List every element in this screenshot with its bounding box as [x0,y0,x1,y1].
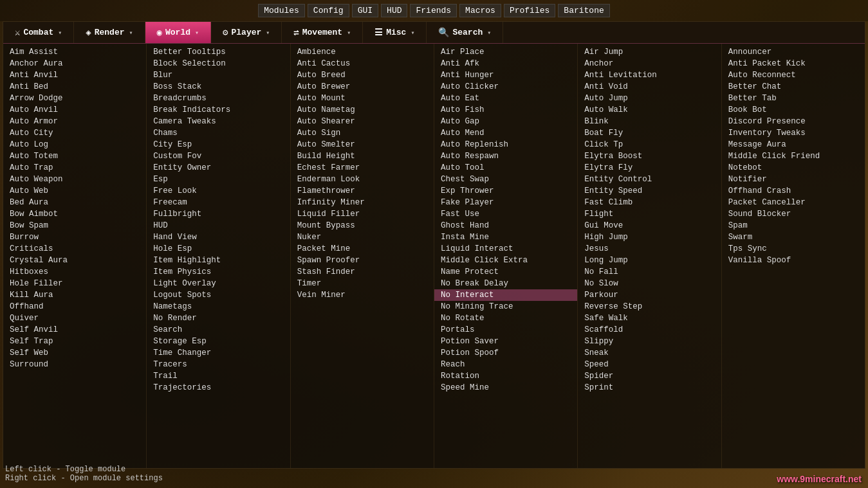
item-misc-discord-presence[interactable]: Discord Presence [722,116,865,127]
item-player-no-rotate[interactable]: No Rotate [434,312,577,324]
item-render-better-tooltips[interactable]: Better Tooltips [147,46,290,58]
item-misc-announcer[interactable]: Announcer [722,46,865,58]
item-movement-entity-speed[interactable]: Entity Speed [578,185,721,197]
item-render-storage-esp[interactable]: Storage Esp [147,336,290,347]
item-render-hand-view[interactable]: Hand View [147,231,290,243]
item-world-infinity-miner[interactable]: Infinity Miner [291,197,434,208]
tab-combat[interactable]: ⚔Combat▾ [3,22,74,43]
item-misc-better-tab[interactable]: Better Tab [722,93,865,104]
item-player-potion-spoof[interactable]: Potion Spoof [434,347,577,359]
item-movement-auto-jump[interactable]: Auto Jump [578,93,721,104]
item-render-item-highlight[interactable]: Item Highlight [147,255,290,266]
item-misc-vanilla-spoof[interactable]: Vanilla Spoof [722,255,865,266]
item-movement-click-tp[interactable]: Click Tp [578,139,721,150]
item-movement-elytra-fly[interactable]: Elytra Fly [578,162,721,174]
item-misc-offhand-crash[interactable]: Offhand Crash [722,185,865,197]
item-world-auto-brewer[interactable]: Auto Brewer [291,81,434,93]
item-movement-speed[interactable]: Speed [578,359,721,370]
item-world-auto-shearer[interactable]: Auto Shearer [291,116,434,127]
item-player-exp-thrower[interactable]: Exp Thrower [434,185,577,197]
item-movement-sprint[interactable]: Sprint [578,382,721,393]
item-render-search[interactable]: Search [147,324,290,336]
item-player-auto-tool[interactable]: Auto Tool [434,162,577,174]
item-combat-auto-city[interactable]: Auto City [3,127,146,139]
item-player-speed-mine[interactable]: Speed Mine [434,382,577,393]
item-combat-kill-aura[interactable]: Kill Aura [3,289,146,301]
item-combat-bow-spam[interactable]: Bow Spam [3,220,146,231]
item-render-light-overlay[interactable]: Light Overlay [147,278,290,289]
item-world-anti-cactus[interactable]: Anti Cactus [291,58,434,69]
item-combat-anti-anvil[interactable]: Anti Anvil [3,69,146,81]
item-render-time-changer[interactable]: Time Changer [147,347,290,359]
item-movement-air-jump[interactable]: Air Jump [578,46,721,58]
item-world-build-height[interactable]: Build Height [291,150,434,162]
tab-movement[interactable]: ⇌Movement▾ [282,22,363,43]
item-world-packet-mine[interactable]: Packet Mine [291,243,434,255]
item-player-anti-afk[interactable]: Anti Afk [434,58,577,69]
item-player-name-protect[interactable]: Name Protect [434,266,577,278]
item-combat-bed-aura[interactable]: Bed Aura [3,197,146,208]
item-player-auto-respawn[interactable]: Auto Respawn [434,150,577,162]
item-render-boss-stack[interactable]: Boss Stack [147,81,290,93]
item-render-trajectories[interactable]: Trajectories [147,382,290,393]
top-menu-item-friends[interactable]: Friends [410,4,457,17]
item-movement-elytra-boost[interactable]: Elytra Boost [578,150,721,162]
item-world-auto-mount[interactable]: Auto Mount [291,93,434,104]
item-movement-reverse-step[interactable]: Reverse Step [578,301,721,312]
item-world-spawn-proofer[interactable]: Spawn Proofer [291,255,434,266]
item-player-insta-mine[interactable]: Insta Mine [434,231,577,243]
item-combat-anchor-aura[interactable]: Anchor Aura [3,58,146,69]
item-render-trail[interactable]: Trail [147,370,290,382]
item-movement-high-jump[interactable]: High Jump [578,231,721,243]
item-render-fullbright[interactable]: Fullbright [147,208,290,220]
item-render-breadcrumbs[interactable]: Breadcrumbs [147,93,290,104]
item-player-fast-use[interactable]: Fast Use [434,208,577,220]
item-render-esp[interactable]: Esp [147,174,290,185]
item-render-chams[interactable]: Chams [147,127,290,139]
item-misc-sound-blocker[interactable]: Sound Blocker [722,208,865,220]
item-render-block-selection[interactable]: Block Selection [147,58,290,69]
item-combat-anti-bed[interactable]: Anti Bed [3,81,146,93]
item-render-nametags[interactable]: Nametags [147,301,290,312]
item-movement-boat-fly[interactable]: Boat Fly [578,127,721,139]
item-player-rotation[interactable]: Rotation [434,370,577,382]
item-player-potion-saver[interactable]: Potion Saver [434,336,577,347]
item-combat-self-trap[interactable]: Self Trap [3,336,146,347]
item-movement-fast-climb[interactable]: Fast Climb [578,197,721,208]
item-misc-notifier[interactable]: Notifier [722,174,865,185]
item-render-freecam[interactable]: Freecam [147,197,290,208]
top-menu-item-hud[interactable]: HUD [381,4,407,17]
item-render-camera-tweaks[interactable]: Camera Tweaks [147,116,290,127]
top-menu-item-baritone[interactable]: Baritone [558,4,609,17]
item-movement-auto-walk[interactable]: Auto Walk [578,104,721,116]
item-world-stash-finder[interactable]: Stash Finder [291,266,434,278]
item-combat-arrow-dodge[interactable]: Arrow Dodge [3,93,146,104]
item-world-echest-farmer[interactable]: Echest Farmer [291,162,434,174]
item-movement-anti-levitation[interactable]: Anti Levitation [578,69,721,81]
item-world-auto-sign[interactable]: Auto Sign [291,127,434,139]
item-render-hole-esp[interactable]: Hole Esp [147,243,290,255]
item-combat-offhand[interactable]: Offhand [3,301,146,312]
tab-misc[interactable]: ☰Misc▾ [363,22,427,43]
tab-search[interactable]: 🔍Search▾ [427,22,503,43]
item-misc-auto-reconnect[interactable]: Auto Reconnect [722,69,865,81]
tab-player[interactable]: ⚙Player▾ [211,22,282,43]
item-movement-jesus[interactable]: Jesus [578,243,721,255]
item-world-enderman-look[interactable]: Enderman Look [291,174,434,185]
item-render-item-physics[interactable]: Item Physics [147,266,290,278]
item-player-portals[interactable]: Portals [434,324,577,336]
item-player-fake-player[interactable]: Fake Player [434,197,577,208]
item-combat-burrow[interactable]: Burrow [3,231,146,243]
item-world-auto-breed[interactable]: Auto Breed [291,69,434,81]
item-world-flamethrower[interactable]: Flamethrower [291,185,434,197]
item-combat-auto-armor[interactable]: Auto Armor [3,116,146,127]
item-render-hud[interactable]: HUD [147,220,290,231]
item-render-logout-spots[interactable]: Logout Spots [147,289,290,301]
item-movement-anchor[interactable]: Anchor [578,58,721,69]
item-combat-criticals[interactable]: Criticals [3,243,146,255]
item-world-auto-smelter[interactable]: Auto Smelter [291,139,434,150]
item-combat-auto-web[interactable]: Auto Web [3,185,146,197]
item-world-timer[interactable]: Timer [291,278,434,289]
item-combat-hole-filler[interactable]: Hole Filler [3,278,146,289]
item-movement-no-slow[interactable]: No Slow [578,278,721,289]
